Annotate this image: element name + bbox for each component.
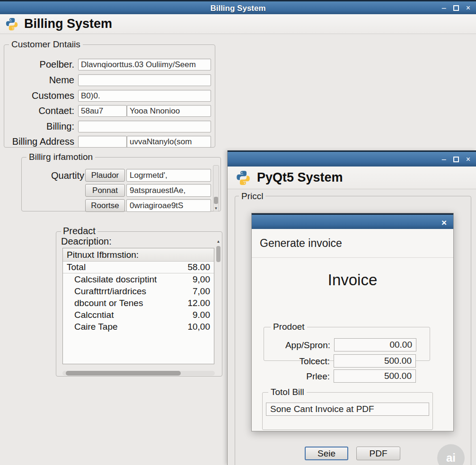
form-row: Contaet: xyxy=(4,105,215,117)
billing-information-group: Billirg irfamotion Quartity Plaudor Ponn… xyxy=(21,157,221,211)
price-input[interactable] xyxy=(334,369,416,383)
product-list-vertical-scrollbar[interactable]: ▲ xyxy=(215,239,221,369)
billing-row: Roortse xyxy=(22,199,220,212)
product-title-line2: Deacription: xyxy=(61,236,112,247)
product-list: Pitnuxt Ifbrmstion: Total 58.00 Calcsila… xyxy=(62,248,214,364)
python-logo-icon xyxy=(5,17,19,31)
billing-row-input[interactable] xyxy=(126,184,211,197)
billing-address-label: Billing Address xyxy=(4,136,74,147)
item-value: 10,00 xyxy=(187,322,210,332)
name-label: Neme xyxy=(4,75,74,86)
main-window-title: Billing System xyxy=(0,4,476,13)
contact-label: Contaet: xyxy=(4,105,74,116)
page-title: Billing System xyxy=(24,17,112,31)
price-group-title: Priccl xyxy=(239,191,265,202)
maximize-icon[interactable] xyxy=(453,157,459,162)
billing-row-input[interactable] xyxy=(126,169,211,182)
customer-details-title: Customer Dntaiis xyxy=(9,39,83,50)
item-label: dbcount or Tenes xyxy=(67,298,143,308)
scrollbar-thumb[interactable] xyxy=(214,197,218,204)
billing-address-input-2[interactable] xyxy=(127,136,211,148)
pyqt-app-header: PyQt5 System xyxy=(228,167,476,189)
total-bill-title: Totol Bill xyxy=(268,387,307,397)
total-bill-input[interactable] xyxy=(266,403,429,416)
pyqt-page-title: PyQt5 System xyxy=(257,170,343,185)
price-label: Prlee: xyxy=(252,371,330,382)
form-row: Neme xyxy=(4,74,215,87)
billing-label: Billing: xyxy=(4,121,74,132)
contact-input[interactable] xyxy=(78,105,127,117)
total-input[interactable] xyxy=(334,354,416,368)
total-label: Total xyxy=(67,262,86,272)
list-item[interactable]: Calccntiat 9.00 xyxy=(63,309,214,321)
billing-scrollbar[interactable]: ▼ xyxy=(213,165,219,211)
customer-label: Customes xyxy=(4,90,74,101)
save-button[interactable]: Seie xyxy=(305,447,348,460)
scroll-down-icon[interactable]: ▼ xyxy=(213,206,219,211)
main-window-controls: – × xyxy=(442,1,470,14)
billing-information-title: Billirg irfamotion xyxy=(26,152,95,162)
pyqt-window-titlebar[interactable]: – × xyxy=(228,150,476,167)
item-label: Calccntiat xyxy=(67,310,114,320)
generate-invoice-dialog: × Generate invoice Invoice Prodoet App/S… xyxy=(251,213,454,431)
billing-address-input[interactable] xyxy=(78,136,127,148)
form-row: Billing Address xyxy=(4,136,215,148)
pyqt-window-controls: – × xyxy=(442,152,470,167)
billing-row: Plaudor xyxy=(22,169,220,182)
item-label: Caire Tape xyxy=(67,322,118,332)
number-input[interactable] xyxy=(78,59,211,70)
divider xyxy=(252,257,453,258)
number-label: Poelber. xyxy=(4,59,74,70)
product-list-header: Pitnuxt Ifbrmstion: xyxy=(63,248,214,262)
close-icon[interactable]: × xyxy=(466,4,470,12)
billing-input[interactable] xyxy=(78,121,211,132)
dialog-titlebar[interactable]: × xyxy=(252,213,453,229)
close-icon[interactable]: × xyxy=(441,218,447,228)
maximize-icon[interactable] xyxy=(453,5,459,11)
billing-row-button[interactable]: Plaudor xyxy=(85,169,125,182)
minimize-icon[interactable]: – xyxy=(442,4,446,12)
main-app-header: Billing System xyxy=(0,14,476,34)
product-list-horizontal-scrollbar[interactable] xyxy=(62,371,215,376)
dialog-product-group-title: Prodoet xyxy=(271,322,307,332)
list-item[interactable]: Curafttrrt/iardrices 7,00 xyxy=(63,285,214,297)
python-logo-icon xyxy=(235,170,251,186)
form-row: Billing: xyxy=(4,121,215,133)
total-bill-group: Totol Bill xyxy=(262,392,433,430)
item-value: 9.00 xyxy=(193,310,210,320)
list-item[interactable]: Calcsilate doscriptint 9,00 xyxy=(63,273,214,285)
close-icon[interactable]: × xyxy=(466,156,470,163)
item-value: 7,00 xyxy=(193,286,210,297)
item-value: 12.00 xyxy=(187,298,210,308)
scrollbar-thumb[interactable] xyxy=(66,371,181,376)
scroll-up-icon[interactable]: ▲ xyxy=(215,239,221,244)
item-label: Curafttrrt/iardrices xyxy=(67,286,146,297)
scrollbar-thumb[interactable] xyxy=(216,246,220,262)
screen: Billing System – × Billing System Custom… xyxy=(0,0,476,465)
total-label: Tolcect: xyxy=(252,356,330,367)
list-item[interactable]: dbcount or Tenes 12.00 xyxy=(63,297,214,309)
pyqt5-system-window: – × PyQt5 System Priccl × Generate invoi… xyxy=(227,150,476,465)
billing-row-button[interactable]: Ponnat xyxy=(85,184,125,197)
billing-row-button[interactable]: Roortse xyxy=(85,199,125,212)
minimize-icon[interactable]: – xyxy=(442,156,446,163)
form-row: Customes xyxy=(4,90,215,102)
product-title-line1: Predact xyxy=(61,226,97,237)
list-item-total[interactable]: Total 58.00 xyxy=(63,262,214,273)
billing-row: Ponnat xyxy=(22,184,220,197)
main-window-titlebar[interactable]: Billing System – × xyxy=(0,0,476,14)
name-input[interactable] xyxy=(78,74,211,86)
form-row: Poelber. xyxy=(4,59,215,71)
product-description-group: Predact Deacription: Pitnuxt Ifbrmstion:… xyxy=(56,231,222,377)
invoice-title: Invoice xyxy=(252,271,453,289)
contact-input-2[interactable] xyxy=(127,105,211,117)
billing-row-input[interactable] xyxy=(126,199,211,212)
customer-details-group: Customer Dntaiis Poelber. Neme Customes … xyxy=(4,44,215,148)
item-value: 9,00 xyxy=(193,274,210,285)
total-value: 58.00 xyxy=(187,262,210,272)
item-label: Calcsilate doscriptint xyxy=(67,274,157,285)
pdf-button[interactable]: PDF xyxy=(356,447,400,460)
customer-input[interactable] xyxy=(78,90,211,102)
amount-input[interactable] xyxy=(334,338,416,351)
list-item[interactable]: Caire Tape 10,00 xyxy=(63,321,214,333)
